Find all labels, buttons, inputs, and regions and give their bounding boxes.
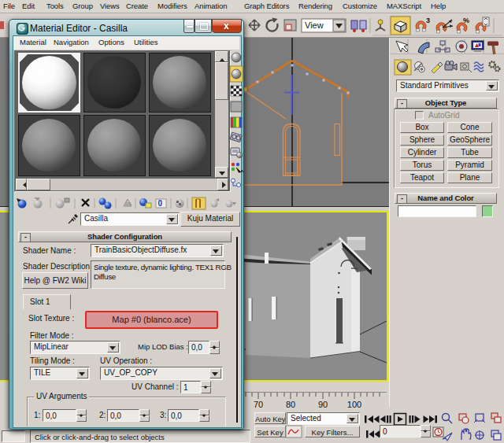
- svg-text:100: 100: [347, 400, 361, 409]
- svg-text:%: %: [463, 17, 469, 24]
- svg-text:3: 3: [426, 17, 430, 24]
- svg-text:0: 0: [158, 199, 163, 208]
- svg-text:90: 90: [318, 400, 328, 409]
- svg-text:80: 80: [286, 400, 295, 409]
- svg-text:70: 70: [254, 400, 263, 409]
- svg-text:View: View: [305, 20, 324, 30]
